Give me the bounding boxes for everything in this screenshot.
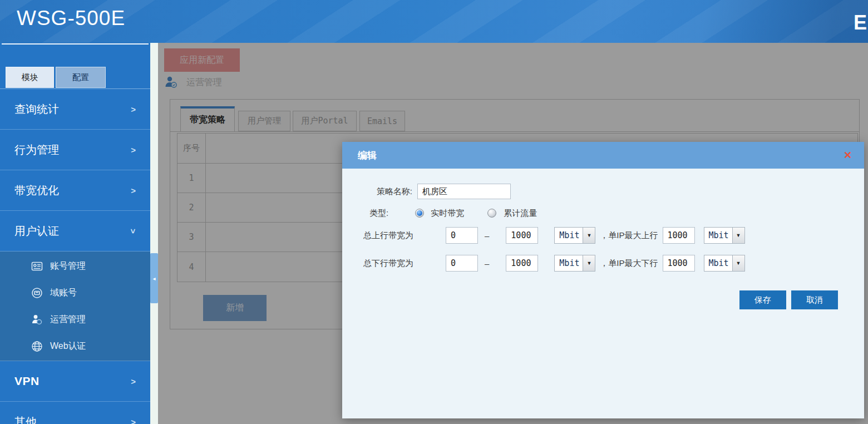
- dialog-title: 编辑: [358, 149, 377, 162]
- upstream-label: 总上行带宽为: [363, 230, 413, 241]
- dialog-body: 策略名称: 类型: 实时带宽 累计流量 总上行带宽为 – Mbit ，: [342, 169, 864, 418]
- downstream-unit-select[interactable]: Mbit: [554, 255, 595, 272]
- comma-separator: ，: [600, 258, 608, 269]
- sidebar-item-query-stats[interactable]: 查询统计: [0, 89, 150, 130]
- radio-realtime-label: 实时带宽: [431, 208, 464, 219]
- upstream-unit-select[interactable]: Mbit: [554, 227, 595, 244]
- downstream-per-ip-unit-select[interactable]: Mbit: [704, 255, 745, 272]
- upstream-per-ip-input[interactable]: [663, 227, 695, 244]
- downstream-max-input[interactable]: [506, 255, 538, 272]
- downstream-per-ip-input[interactable]: [663, 255, 695, 272]
- upstream-per-ip-label: 单IP最大上行: [608, 230, 658, 241]
- dropdown-arrow-icon[interactable]: [583, 255, 595, 271]
- dialog-header: 编辑 ✕: [342, 142, 864, 169]
- sidebar-tab-config[interactable]: 配置: [56, 67, 106, 88]
- radio-realtime-bandwidth[interactable]: [415, 209, 424, 218]
- chevron-right-icon: [131, 186, 136, 195]
- type-label: 类型:: [369, 208, 388, 219]
- sidebar-item-account-mgmt[interactable]: 账号管理: [0, 253, 150, 279]
- downstream-bandwidth-row: 总下行带宽为 – Mbit ， 单IP最大下行 Mbit: [363, 255, 745, 272]
- sidebar-item-vpn[interactable]: VPN: [0, 361, 150, 402]
- dropdown-arrow-icon[interactable]: [732, 255, 744, 271]
- chevron-right-icon: [131, 105, 136, 114]
- app-title: WSG-500E: [17, 7, 125, 30]
- operator-icon: [31, 314, 43, 326]
- upstream-bandwidth-row: 总上行带宽为 – Mbit ， 单IP最大上行 Mbit: [363, 227, 745, 244]
- comma-separator: ，: [600, 230, 608, 241]
- upstream-per-ip-unit-select[interactable]: Mbit: [704, 227, 745, 244]
- edit-dialog: 编辑 ✕ 策略名称: 类型: 实时带宽 累计流量 总上行带宽为 –: [342, 142, 864, 418]
- application-window: WSG-500E E 模块 配置 查询统计 行为管理 带宽优化 用户认证: [0, 0, 868, 424]
- domain-account-icon: [31, 287, 43, 299]
- close-icon[interactable]: ✕: [844, 150, 852, 160]
- range-dash: –: [485, 259, 489, 268]
- policy-name-input[interactable]: [417, 184, 511, 199]
- downstream-label: 总下行带宽为: [363, 258, 413, 269]
- downstream-min-input[interactable]: [446, 255, 478, 272]
- cancel-button[interactable]: 取消: [791, 290, 838, 309]
- radio-cumulative-traffic[interactable]: [487, 209, 496, 218]
- sidebar-nav: 查询统计 行为管理 带宽优化 用户认证 账号管理: [0, 89, 150, 424]
- chevron-down-icon: [131, 226, 136, 236]
- user-auth-submenu: 账号管理 域账号 运营管理: [0, 252, 150, 361]
- sidebar-tab-module[interactable]: 模块: [6, 67, 54, 88]
- save-button[interactable]: 保存: [739, 290, 786, 309]
- range-dash: –: [485, 231, 489, 240]
- globe-icon: [31, 341, 43, 352]
- policy-name-label: 策略名称:: [363, 186, 412, 197]
- sidebar-item-operation-mgmt[interactable]: 运营管理: [0, 306, 150, 333]
- sidebar-item-bandwidth-opt[interactable]: 带宽优化: [0, 170, 150, 211]
- sidebar-item-other[interactable]: 其他: [0, 402, 150, 424]
- type-row: 类型: 实时带宽 累计流量: [369, 208, 537, 219]
- dropdown-arrow-icon[interactable]: [583, 228, 595, 243]
- dropdown-arrow-icon[interactable]: [732, 228, 744, 243]
- policy-name-row: 策略名称:: [363, 183, 511, 200]
- chevron-right-icon: [131, 145, 136, 155]
- radio-cumulative-label: 累计流量: [504, 208, 537, 219]
- upstream-max-input[interactable]: [506, 227, 538, 244]
- id-card-icon: [31, 260, 43, 272]
- sidebar-tab-strip: 模块 配置: [0, 43, 150, 89]
- sidebar-item-web-auth[interactable]: Web认证: [0, 333, 150, 359]
- sidebar-collapse-handle[interactable]: [150, 253, 158, 303]
- sidebar-item-behavior-mgmt[interactable]: 行为管理: [0, 130, 150, 170]
- header-right-text: E: [854, 11, 867, 34]
- sidebar-gutter: [150, 43, 158, 424]
- chevron-right-icon: [131, 417, 136, 424]
- sidebar-item-user-auth[interactable]: 用户认证: [0, 211, 150, 252]
- chevron-right-icon: [131, 377, 136, 386]
- sidebar: 模块 配置 查询统计 行为管理 带宽优化 用户认证: [0, 43, 150, 424]
- sidebar-item-domain-account[interactable]: 域账号: [0, 279, 150, 306]
- downstream-per-ip-label: 单IP最大下行: [608, 258, 658, 269]
- app-header: WSG-500E E: [0, 0, 868, 43]
- upstream-min-input[interactable]: [446, 227, 478, 244]
